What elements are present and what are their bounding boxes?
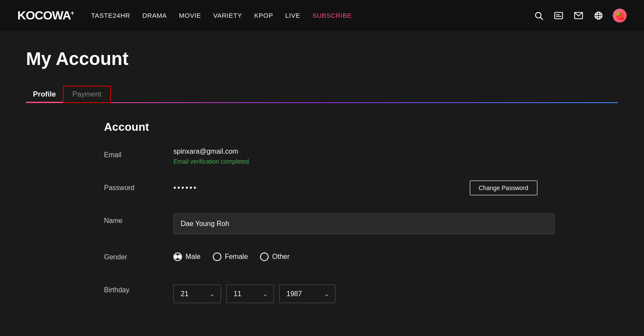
birthday-label: Birthday (104, 283, 173, 294)
globe-icon[interactable] (593, 10, 604, 21)
gender-options: Male Female Other (173, 250, 537, 261)
email-row: Email spinxara@gmail.com Email verificat… (104, 148, 537, 165)
tab-payment[interactable]: Payment (63, 86, 111, 103)
nav-item-kpop[interactable]: KPOP (254, 12, 273, 19)
birthday-row: Birthday 21 ⌄ 11 ⌄ (104, 283, 537, 303)
gender-female[interactable]: Female (213, 252, 248, 261)
nav-item-movie[interactable]: MOVIE (179, 12, 201, 19)
navbar: KOCOWA+ TASTE24HR DRAMA MOVIE VARIETY KP… (0, 0, 644, 31)
birthday-selects: 21 ⌄ 11 ⌄ 1987 ⌄ (173, 283, 537, 303)
gender-female-label: Female (225, 253, 248, 261)
password-row-inner: •••••• Change Password (173, 181, 537, 195)
navbar-right: 🍓 (533, 9, 627, 23)
email-address: spinxara@gmail.com (173, 148, 537, 155)
password-row: Password •••••• Change Password (104, 181, 537, 198)
account-section-title: Account (104, 120, 537, 134)
gender-options-group: Male Female Other (173, 250, 537, 261)
gender-male-label: Male (185, 253, 201, 261)
nav-links: TASTE24HR DRAMA MOVIE VARIETY KPOP LIVE … (91, 12, 352, 19)
name-value-group (173, 213, 555, 234)
svg-rect-2 (555, 13, 563, 19)
nav-item-subscribe[interactable]: SUBSCRIBE (312, 12, 352, 19)
gender-male[interactable]: Male (173, 252, 201, 261)
gender-other-label: Other (272, 253, 289, 261)
month-select-input[interactable]: 11 (226, 284, 274, 303)
account-section: Account Email spinxara@gmail.com Email v… (104, 120, 537, 303)
svg-line-1 (540, 17, 543, 19)
nav-item-taste24hr[interactable]: TASTE24HR (91, 12, 130, 19)
nav-item-live[interactable]: LIVE (285, 12, 300, 19)
birthday-selects-group: 21 ⌄ 11 ⌄ 1987 ⌄ (173, 283, 537, 303)
password-value-group: •••••• Change Password (173, 181, 537, 195)
name-label: Name (104, 213, 173, 225)
logo[interactable]: KOCOWA+ (17, 9, 74, 23)
year-select-input[interactable]: 1987 (279, 284, 335, 303)
search-icon[interactable] (533, 10, 544, 21)
mail-icon[interactable] (573, 10, 584, 21)
change-password-button[interactable]: Change Password (470, 181, 537, 195)
gender-label: Gender (104, 250, 173, 261)
gender-other[interactable]: Other (260, 252, 289, 261)
birthday-year-select[interactable]: 1987 ⌄ (279, 284, 335, 303)
nav-item-variety[interactable]: VARIETY (213, 12, 242, 19)
nav-item-drama[interactable]: DRAMA (142, 12, 167, 19)
name-input[interactable] (173, 213, 555, 234)
user-avatar[interactable]: 🍓 (613, 9, 627, 23)
main-content: My Account Profile Payment Account Email… (0, 31, 644, 336)
navbar-left: KOCOWA+ TASTE24HR DRAMA MOVIE VARIETY KP… (17, 9, 352, 23)
password-dots: •••••• (173, 184, 470, 193)
birthday-month-select[interactable]: 11 ⌄ (226, 284, 274, 303)
day-select-input[interactable]: 21 (173, 284, 221, 303)
svg-point-7 (597, 12, 600, 19)
name-row: Name (104, 213, 537, 234)
page-title: My Account (26, 48, 618, 69)
gender-row: Gender Male Female Other (104, 250, 537, 267)
email-value-group: spinxara@gmail.com Email verification co… (173, 148, 537, 165)
radio-male[interactable] (173, 252, 182, 261)
subtitles-icon[interactable] (553, 10, 564, 21)
password-label: Password (104, 181, 173, 192)
email-label: Email (104, 148, 173, 159)
email-verified-text: Email verification completed (173, 158, 537, 165)
radio-other[interactable] (260, 252, 269, 261)
tab-profile[interactable]: Profile (26, 87, 63, 102)
birthday-day-select[interactable]: 21 ⌄ (173, 284, 221, 303)
tabs-container: Profile Payment (26, 85, 618, 103)
radio-female[interactable] (213, 252, 221, 261)
svg-point-6 (595, 12, 602, 19)
